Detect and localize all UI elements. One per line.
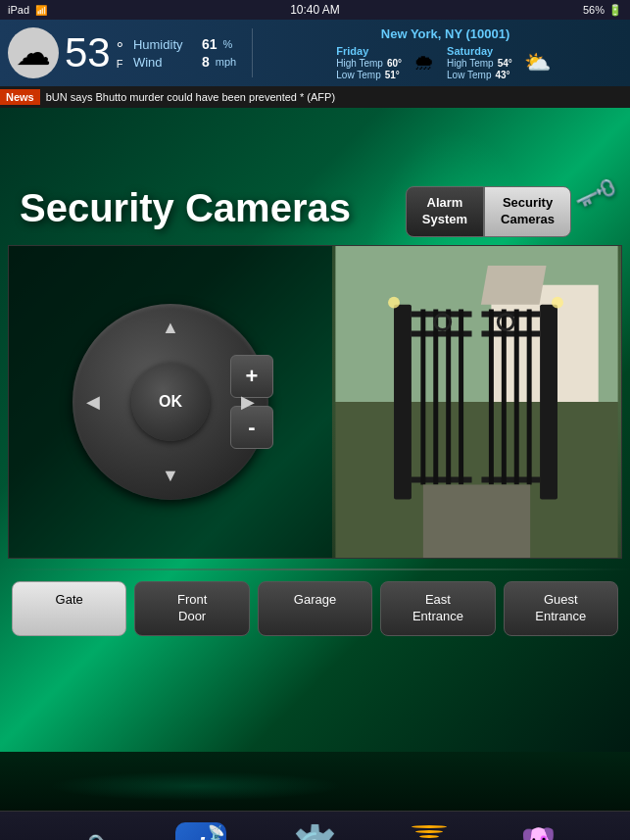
camera-feed [332, 246, 621, 558]
nav-item-sirius[interactable]: 🐕 Sirius [486, 822, 601, 841]
svg-rect-2 [481, 266, 547, 305]
keys-decoration-icon: 🗝️ [573, 170, 620, 216]
dpad-section: ▲ ▼ ◀ ▶ OK + - [9, 246, 332, 558]
status-bar: iPad 📶 10:40 AM 56% 🔋 [0, 0, 630, 20]
battery-level: 56% [583, 4, 605, 16]
nav-icons: 🗝️ 📡 i Daily Info ⚙️ Setup [29, 812, 601, 840]
tab-alarm-system[interactable]: Alarm System [406, 186, 484, 237]
time-display: 10:40 AM [290, 3, 340, 17]
device-label: iPad [8, 4, 29, 16]
camera-button-front-door[interactable]: Front Door [134, 581, 249, 636]
bottom-decoration [0, 752, 630, 811]
wifi-icon: 📶 [35, 5, 47, 16]
separator-line [0, 568, 630, 570]
location-name: New York, NY (10001) [268, 26, 622, 41]
camera-button-guest-entrance[interactable]: Guest Entrance [504, 581, 618, 636]
section-title: Security Cameras [20, 186, 351, 230]
svg-point-23 [388, 297, 400, 309]
saturday-forecast: Saturday High Temp 54° Low Temp 43° [447, 45, 512, 80]
dpad-ok-button[interactable]: OK [131, 363, 210, 441]
svg-rect-22 [423, 484, 530, 558]
cloud-icon: ☁ [8, 27, 59, 78]
svg-rect-5 [540, 305, 557, 500]
nav-item-daily-info[interactable]: 📡 i Daily Info [144, 822, 259, 841]
weather-main: ☁ 53 ° F Humidity 61 % Wind 8 mph [8, 27, 236, 78]
sirius-icon: 🐕 [518, 822, 569, 841]
nav-item-xm[interactable]: XM XM [372, 822, 487, 841]
friday-forecast: Friday High Temp 60° Low Temp 51° [336, 45, 402, 80]
dpad-right-button[interactable]: ▶ [241, 391, 255, 413]
tabs-container: Alarm System Security Cameras [406, 186, 571, 237]
weather-divider [252, 28, 253, 77]
dpad-up-button[interactable]: ▲ [162, 318, 179, 338]
humidity-wind-display: Humidity 61 % Wind 8 mph [133, 36, 236, 70]
wind-unit: mph [216, 56, 236, 68]
nav-right-arrow[interactable]: ▶ [601, 812, 630, 840]
camera-button-east-entrance[interactable]: East Entrance [380, 581, 495, 636]
news-bar: News bUN says Bhutto murder could have b… [0, 86, 630, 108]
svg-point-24 [552, 297, 563, 309]
camera-panel: ▲ ▼ ◀ ▶ OK + - [8, 245, 622, 559]
nav-item-keys[interactable]: 🗝️ [29, 828, 144, 841]
nav-item-setup[interactable]: ⚙️ Setup [258, 822, 372, 841]
camera-button-gate[interactable]: Gate [12, 581, 126, 636]
humidity-label: Humidity [133, 37, 196, 52]
news-text: bUN says Bhutto murder could have been p… [46, 91, 335, 103]
svg-rect-4 [394, 305, 412, 500]
humidity-value: 61 [202, 36, 218, 52]
friday-weather-icon: 🌧 [413, 50, 435, 75]
setup-icon: ⚙️ [289, 822, 340, 841]
daily-info-icon: 📡 i [175, 822, 226, 841]
main-area: Security Cameras 🗝️ Alarm System Securit… [0, 108, 630, 752]
wind-label: Wind [133, 55, 196, 70]
camera-button-garage[interactable]: Garage [258, 581, 372, 636]
saturday-weather-icon: ⛅ [524, 50, 551, 75]
gate-image [332, 246, 621, 558]
keys-nav-icon: 🗝️ [61, 828, 112, 841]
weather-bar: ☁ 53 ° F Humidity 61 % Wind 8 mph New Yo… [0, 20, 630, 86]
temp-unit: ° F [117, 36, 123, 70]
battery-icon: 🔋 [608, 4, 622, 17]
news-label: News [0, 89, 40, 105]
tab-security-cameras[interactable]: Security Cameras [484, 186, 571, 237]
wind-value: 8 [202, 54, 210, 70]
bottom-nav: ◀ 🗝️ 📡 i Daily Info ⚙️ Setup [0, 811, 630, 840]
dpad-left-button[interactable]: ◀ [86, 391, 100, 413]
humidity-unit: % [223, 38, 233, 50]
xm-icon: XM [404, 822, 455, 841]
location-forecast: New York, NY (10001) Friday High Temp 60… [268, 26, 622, 80]
camera-buttons: Gate Front Door Garage East Entrance Gue… [8, 573, 622, 644]
temperature-display: 53 [65, 32, 111, 74]
dpad-down-button[interactable]: ▼ [162, 466, 179, 486]
nav-left-arrow[interactable]: ◀ [0, 812, 29, 840]
forecast-row: Friday High Temp 60° Low Temp 51° 🌧 Satu… [268, 45, 622, 80]
camera-feed-background [332, 246, 621, 558]
